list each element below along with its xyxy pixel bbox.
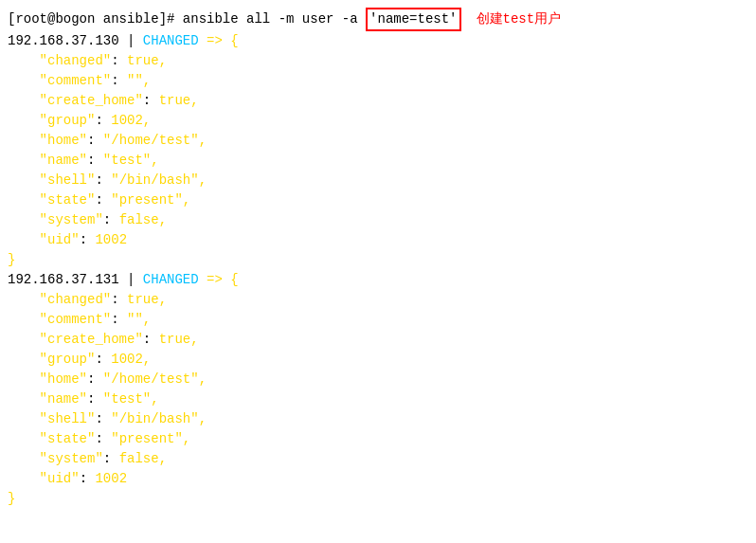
field-line: "create_home": true, — [0, 91, 756, 111]
field-key: "system" — [40, 210, 103, 230]
field-value: "present", — [111, 190, 190, 210]
field-line: "name": "test", — [0, 389, 756, 409]
changed-label: CHANGED — [143, 31, 199, 51]
field-value: "/home/test", — [103, 131, 207, 151]
arrow-brace: => { — [199, 31, 239, 51]
field-value: 1002 — [95, 230, 127, 250]
field-key: "uid" — [40, 230, 80, 250]
host-output: 192.168.37.130 | CHANGED => { "changed":… — [0, 31, 756, 509]
indent — [8, 91, 40, 111]
field-line: "system": false, — [0, 210, 756, 230]
command-text: ansible all -m user -a — [183, 9, 366, 29]
field-key: "state" — [40, 190, 96, 210]
field-key: "group" — [40, 350, 96, 370]
indent — [8, 350, 40, 370]
annotation-text: 创建test用户 — [477, 9, 562, 29]
field-key: "shell" — [40, 171, 96, 190]
field-line: "system": false, — [0, 449, 756, 469]
indent — [8, 190, 40, 210]
field-value: 1002 — [95, 469, 127, 489]
field-value: "/bin/bash", — [111, 171, 207, 190]
field-key: "name" — [40, 151, 87, 171]
field-key: "create_home" — [40, 91, 143, 111]
host-header: 192.168.37.130 | CHANGED => { — [0, 31, 756, 51]
field-line: "uid": 1002 — [0, 469, 756, 489]
field-colon: : — [87, 389, 103, 409]
indent — [8, 151, 40, 171]
field-value: "present", — [111, 429, 190, 449]
field-line: "comment": "", — [0, 310, 756, 330]
field-colon: : — [103, 210, 119, 230]
indent — [8, 290, 40, 310]
close-brace-line: } — [0, 489, 756, 509]
field-colon: : — [80, 230, 96, 250]
field-colon: : — [95, 429, 111, 449]
field-colon: : — [111, 51, 127, 71]
prompt: [root@bogon ansible]# — [8, 9, 183, 29]
field-colon: : — [80, 469, 96, 489]
field-colon: : — [95, 409, 111, 429]
indent — [8, 389, 40, 409]
indent — [8, 310, 40, 330]
field-colon: : — [95, 111, 111, 131]
field-line: "state": "present", — [0, 429, 756, 449]
indent — [8, 210, 40, 230]
field-colon: : — [95, 190, 111, 210]
field-line: "group": 1002, — [0, 350, 756, 370]
field-key: "create_home" — [40, 330, 143, 350]
indent — [8, 131, 40, 151]
indent — [8, 370, 40, 389]
field-line: "home": "/home/test", — [0, 370, 756, 389]
field-value: true, — [127, 51, 167, 71]
host-ip: 192.168.37.131 | — [8, 270, 143, 290]
field-value: "/bin/bash", — [111, 409, 207, 429]
field-line: "shell": "/bin/bash", — [0, 171, 756, 190]
field-line: "name": "test", — [0, 151, 756, 171]
indent — [8, 330, 40, 350]
close-brace-line: } — [0, 250, 756, 270]
field-key: "state" — [40, 429, 96, 449]
field-value: false, — [119, 210, 167, 230]
field-key: "system" — [40, 449, 103, 469]
field-value: "test", — [103, 151, 159, 171]
field-colon: : — [143, 91, 159, 111]
field-value: 1002, — [111, 111, 151, 131]
field-value: true, — [127, 290, 167, 310]
changed-label: CHANGED — [143, 270, 199, 290]
indent — [8, 71, 40, 91]
field-key: "comment" — [40, 71, 112, 91]
indent — [8, 230, 40, 250]
indent — [8, 449, 40, 469]
field-value: "", — [127, 310, 151, 330]
field-value: 1002, — [111, 350, 151, 370]
indent — [8, 111, 40, 131]
field-value: true, — [159, 330, 199, 350]
field-line: "home": "/home/test", — [0, 131, 756, 151]
host-ip: 192.168.37.130 | — [8, 31, 143, 51]
field-line: "shell": "/bin/bash", — [0, 409, 756, 429]
field-line: "create_home": true, — [0, 330, 756, 350]
field-key: "home" — [40, 370, 87, 389]
field-key: "shell" — [40, 409, 96, 429]
field-value: "/home/test", — [103, 370, 207, 389]
field-line: "state": "present", — [0, 190, 756, 210]
field-key: "group" — [40, 111, 96, 131]
field-colon: : — [103, 449, 119, 469]
field-colon: : — [143, 330, 159, 350]
terminal-window: [root@bogon ansible]# ansible all -m use… — [0, 0, 756, 543]
field-line: "comment": "", — [0, 71, 756, 91]
field-colon: : — [87, 131, 103, 151]
field-key: "name" — [40, 389, 87, 409]
indent — [8, 409, 40, 429]
close-brace: } — [8, 489, 15, 509]
command-line: [root@bogon ansible]# ansible all -m use… — [0, 8, 756, 31]
indent — [8, 429, 40, 449]
field-colon: : — [111, 71, 127, 91]
field-colon: : — [95, 171, 111, 190]
field-line: "changed": true, — [0, 51, 756, 71]
field-key: "comment" — [40, 310, 112, 330]
field-key: "changed" — [40, 290, 112, 310]
field-colon: : — [87, 370, 103, 389]
field-line: "group": 1002, — [0, 111, 756, 131]
indent — [8, 171, 40, 190]
